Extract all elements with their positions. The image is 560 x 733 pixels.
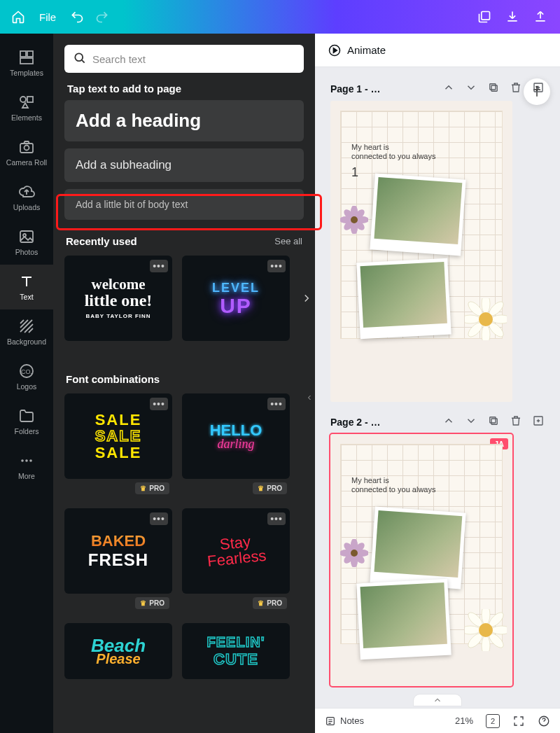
- text-template-card[interactable]: ••• LEVEL UP: [182, 256, 290, 341]
- svg-rect-18: [490, 84, 496, 90]
- zoom-level[interactable]: 21%: [455, 715, 473, 726]
- font-combo-card[interactable]: FEELIN' CUTE: [182, 623, 290, 679]
- animate-button[interactable]: Animate: [328, 43, 386, 57]
- card-menu-icon[interactable]: •••: [267, 398, 286, 410]
- svg-point-52: [465, 626, 480, 634]
- card-text: SALE: [95, 445, 142, 461]
- sidebar-label: Text: [20, 293, 33, 301]
- sidebar-item-logos[interactable]: CO. Logos: [0, 354, 53, 399]
- svg-point-58: [479, 623, 493, 637]
- share-button[interactable]: [526, 3, 554, 31]
- card-text: Please: [91, 651, 146, 667]
- see-all-link[interactable]: See all: [274, 236, 302, 246]
- collapse-panel-button[interactable]: [303, 377, 315, 419]
- font-combinations-title: Font combinations: [66, 373, 160, 385]
- card-text: UP: [212, 295, 260, 316]
- page-label: Page 1 - …: [330, 83, 381, 95]
- add-body-text-button[interactable]: Add a little bit of body text: [64, 189, 304, 220]
- page-count-indicator[interactable]: 2: [486, 714, 500, 728]
- sidebar-label: Elements: [11, 113, 42, 122]
- card-menu-icon[interactable]: •••: [150, 260, 168, 272]
- add-heading-button[interactable]: Add a heading: [64, 100, 304, 141]
- add-page-icon[interactable]: [532, 81, 545, 97]
- home-button[interactable]: [6, 4, 31, 29]
- sidebar-item-background[interactable]: Background: [0, 309, 53, 354]
- text-template-card[interactable]: ••• welcome little one! BABY TAYLOR FINN: [64, 256, 172, 341]
- page-down-icon[interactable]: [465, 81, 477, 97]
- card-text: little one!: [85, 292, 153, 309]
- page-label: Page 2 - …: [330, 417, 381, 428]
- help-icon[interactable]: [538, 715, 550, 727]
- fullscreen-icon[interactable]: [512, 715, 525, 727]
- tap-instruction: Tap text to add to page: [53, 78, 315, 100]
- card-text: Fearless: [206, 548, 267, 570]
- page-down-icon[interactable]: [465, 414, 477, 430]
- card-menu-icon[interactable]: •••: [150, 512, 168, 525]
- crown-icon: ♛: [140, 484, 146, 492]
- pro-badge: ♛PRO: [135, 482, 169, 494]
- sidebar-label: Logos: [17, 382, 37, 391]
- sidebar-item-text[interactable]: Text: [0, 265, 53, 309]
- delete-page-icon[interactable]: [510, 81, 522, 97]
- add-page-icon[interactable]: [532, 414, 545, 430]
- download-button[interactable]: [498, 3, 526, 31]
- page-list-handle[interactable]: [413, 694, 462, 706]
- svg-rect-5: [27, 97, 33, 102]
- sidebar-item-elements[interactable]: Elements: [0, 85, 53, 130]
- duplicate-page-icon[interactable]: [487, 81, 500, 97]
- sidebar-item-camera-roll[interactable]: Camera Roll: [0, 130, 53, 175]
- svg-point-29: [482, 298, 490, 314]
- font-combo-card[interactable]: ••• SALE SALE SALE ♛PRO: [64, 393, 172, 479]
- font-combo-card[interactable]: ••• HELLO darling ♛PRO: [182, 393, 290, 479]
- sidebar-item-folders[interactable]: Folders: [0, 399, 53, 444]
- page-up-icon[interactable]: [442, 81, 455, 97]
- scroll-right-icon[interactable]: [298, 290, 315, 307]
- font-combo-card[interactable]: Beach Please: [64, 623, 172, 679]
- svg-point-31: [465, 315, 480, 323]
- bottom-bar: Notes 21% 2: [315, 708, 560, 733]
- photo-frame: [356, 579, 451, 660]
- svg-point-32: [491, 315, 507, 323]
- notes-button[interactable]: Notes: [325, 715, 364, 727]
- card-menu-icon[interactable]: •••: [267, 260, 286, 272]
- svg-rect-0: [482, 12, 490, 20]
- font-combo-card[interactable]: ••• BAKED FRESH ♛PRO: [64, 508, 172, 594]
- file-menu[interactable]: File: [31, 6, 64, 29]
- svg-point-14: [29, 459, 32, 462]
- crown-icon: ♛: [258, 484, 264, 492]
- page-header: Page 1 - …: [330, 81, 545, 97]
- canvas-page[interactable]: My heart is connected to you always 1: [330, 101, 512, 402]
- svg-point-13: [25, 459, 28, 462]
- svg-rect-39: [490, 417, 496, 423]
- sidebar-label: Background: [7, 337, 46, 346]
- redo-button[interactable]: [90, 4, 115, 29]
- search-input[interactable]: [64, 45, 304, 73]
- delete-page-icon[interactable]: [510, 414, 522, 430]
- card-menu-icon[interactable]: •••: [267, 512, 286, 525]
- font-combo-card[interactable]: ••• Stay Fearless ♛PRO: [182, 508, 290, 594]
- sidebar-item-more[interactable]: More: [0, 444, 53, 489]
- canvas-page[interactable]: JA My heart is connected to you always: [330, 434, 512, 686]
- card-menu-icon[interactable]: •••: [150, 398, 168, 410]
- crown-icon: ♛: [140, 599, 146, 607]
- sidebar-item-uploads[interactable]: Uploads: [0, 175, 53, 220]
- photo-frame: [356, 258, 451, 340]
- card-text: CUTE: [207, 650, 265, 669]
- svg-point-7: [24, 146, 29, 151]
- card-text: FEELIN': [207, 634, 265, 650]
- sidebar-label: Camera Roll: [6, 158, 47, 167]
- undo-button[interactable]: [64, 4, 90, 29]
- svg-point-49: [351, 550, 358, 557]
- svg-point-30: [482, 325, 490, 340]
- sidebar-label: More: [18, 472, 35, 480]
- duplicate-page-icon[interactable]: [487, 414, 500, 430]
- svg-rect-8: [20, 231, 33, 242]
- top-toolbar: File: [0, 0, 560, 34]
- card-text: BABY TAYLOR FINN: [85, 313, 153, 319]
- page-up-icon[interactable]: [442, 414, 455, 430]
- sidebar-item-photos[interactable]: Photos: [0, 220, 53, 265]
- add-subheading-button[interactable]: Add a subheading: [64, 148, 304, 182]
- sidebar-label: Photos: [15, 248, 38, 256]
- sidebar-item-templates[interactable]: Templates: [0, 41, 53, 85]
- present-button[interactable]: [470, 3, 498, 31]
